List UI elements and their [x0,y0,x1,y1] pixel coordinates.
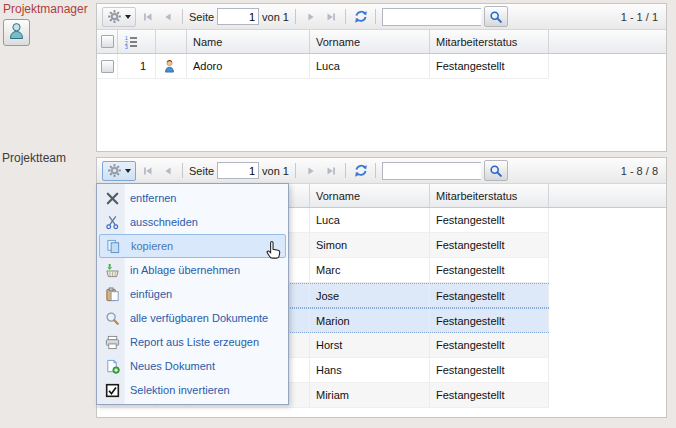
cell-status: Festangestellt [430,284,549,307]
page-label: Seite [189,165,214,177]
cell-status: Festangestellt [430,309,549,332]
column-header-rownumber[interactable]: 1 2 3 [118,30,156,53]
gear-context-menu: entfernen ausschneiden kopieren [96,183,289,405]
menu-item-ausschneiden[interactable]: ausschneiden [99,210,286,234]
cell-vorname: Miriam [310,383,430,407]
toolbar-separator [295,163,296,178]
next-page-button[interactable] [302,162,319,179]
refresh-icon [353,163,369,179]
row-number-icon: 1 2 3 [124,35,138,49]
gear-menu-button[interactable] [102,161,136,181]
menu-item-einfuegen[interactable]: einfügen [99,282,286,306]
paste-icon [103,287,121,302]
next-page-button[interactable] [302,8,319,25]
projektmanager-toolbar: Seite von 1 1 - 1 / 1 [97,4,666,30]
row-number: 1 [118,54,156,78]
last-page-button[interactable] [322,8,339,25]
toolbar-separator [375,163,376,178]
cell-status: Festangestellt [430,258,549,282]
search-docs-icon [103,311,121,326]
chevron-down-icon [125,169,131,173]
svg-text:3: 3 [125,44,128,49]
prev-page-button[interactable] [159,8,176,25]
menu-item-entfernen[interactable]: entfernen [99,186,286,210]
page-number-input[interactable] [217,162,259,179]
copy-icon [104,239,122,254]
printer-icon [103,335,121,350]
cell-status: Festangestellt [430,208,549,232]
cell-vorname: Luca [310,208,430,232]
column-header-status[interactable]: Mitarbeiterstatus [430,30,549,53]
chevron-down-icon [125,15,131,19]
prev-page-button[interactable] [159,162,176,179]
new-document-icon [103,359,121,374]
toolbar-separator [345,9,346,24]
last-page-button[interactable] [322,162,339,179]
cell-status: Festangestellt [430,358,549,382]
column-header-filler [549,30,666,53]
page-of-label: von 1 [262,11,289,23]
first-page-button[interactable] [139,8,156,25]
projektmanager-panel: Seite von 1 1 - 1 / 1 [96,3,667,152]
cell-status: Festangestellt [430,233,549,257]
record-count: 1 - 8 / 8 [621,165,661,177]
search-icon [489,10,503,24]
menu-item-in-ablage-uebernehmen[interactable]: in Ablage übernehmen [99,258,286,282]
refresh-button[interactable] [352,8,369,25]
cell-vorname: Hans [310,358,430,382]
column-header-name[interactable]: Name [187,30,310,53]
menu-item-kopieren[interactable]: kopieren [99,234,286,258]
search-icon [489,164,503,178]
cell-vorname: Horst [310,333,430,357]
search-button[interactable] [484,160,508,181]
record-count: 1 - 1 / 1 [621,11,661,23]
menu-item-alle-verfuegbaren-dokumente[interactable]: alle verfügbaren Dokumente [99,306,286,330]
cell-status: Festangestellt [430,383,549,407]
table-header: 1 2 3 Name Vorname Mitarbeiterstatus [97,30,666,54]
menu-item-report-aus-liste-erzeugen[interactable]: Report aus Liste erzeugen [99,330,286,354]
toolbar-separator [182,163,183,178]
gear-icon [107,9,122,24]
table-row[interactable]: 1 Adoro Luca Festangestellt [97,54,549,79]
projektmanager-person-button[interactable] [3,19,30,46]
toolbar-separator [345,163,346,178]
select-all-checkbox[interactable] [97,30,118,53]
cell-vorname: Jose [310,284,430,307]
gear-icon [107,163,122,178]
cell-status: Festangestellt [430,54,549,78]
page-number-input[interactable] [217,8,259,25]
column-header-icon[interactable] [156,30,187,53]
search-input[interactable] [382,162,481,180]
toolbar-separator [295,9,296,24]
gear-menu-button[interactable] [102,7,136,27]
remove-icon [103,191,121,206]
toolbar-separator [182,9,183,24]
projektteam-toolbar: Seite von 1 1 - 8 / 8 [97,158,666,184]
menu-item-selektion-invertieren[interactable]: Selektion invertieren [99,378,286,402]
clipboard-basket-icon [103,263,121,278]
cell-vorname: Simon [310,233,430,257]
projektmanager-label: Projektmanager [3,2,88,16]
column-header-status[interactable]: Mitarbeiterstatus [430,184,549,207]
column-header-vorname[interactable]: Vorname [310,184,430,207]
column-header-filler [549,184,666,207]
projektteam-label: Projektteam [2,151,66,165]
invert-selection-icon [103,383,121,398]
toolbar-separator [375,9,376,24]
menu-item-neues-dokument[interactable]: Neues Dokument [99,354,286,378]
search-button[interactable] [484,6,508,27]
first-page-button[interactable] [139,162,156,179]
column-header-vorname[interactable]: Vorname [310,30,430,53]
cell-vorname: Marc [310,258,430,282]
cell-name: Adoro [187,54,310,78]
cell-status: Festangestellt [430,333,549,357]
cell-vorname: Luca [310,54,430,78]
refresh-icon [353,9,369,25]
person-icon [162,58,177,74]
person-icon [8,22,25,44]
page-label: Seite [189,11,214,23]
row-checkbox[interactable] [101,60,114,73]
search-input[interactable] [382,8,481,26]
refresh-button[interactable] [352,162,369,179]
cut-icon [103,215,121,230]
